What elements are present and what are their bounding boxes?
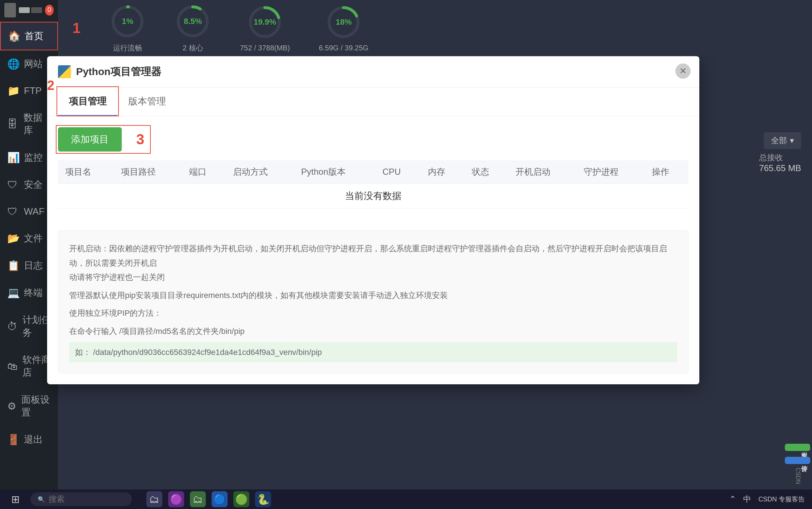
csdn-taskbar-label: CSDN 专服客告 bbox=[758, 495, 805, 504]
info-line-4: 使用独立环境PIP的方法： bbox=[69, 306, 677, 320]
modal-title-text: Python项目管理器 bbox=[76, 65, 161, 79]
no-data-message: 当前没有数据 bbox=[58, 184, 688, 208]
info-highlight-box: 如： /data/python/d9036cc6563924cf9e1da4e1… bbox=[69, 342, 677, 363]
info-line-2: 动请将守护进程也一起关闭 bbox=[69, 270, 677, 285]
tab-version-management[interactable]: 版本管理 bbox=[117, 88, 177, 116]
language-indicator: 中 bbox=[743, 494, 751, 505]
info-line-1: 开机启动：因依赖的进程守护管理器插件为开机启动，如关闭开机启动但守护进程开启，那… bbox=[69, 241, 677, 270]
modal-tabs: 项目管理 版本管理 bbox=[47, 88, 699, 116]
sidebar-item-home[interactable]: 🏠 首页 bbox=[0, 22, 58, 50]
sidebar-label-website: 网站 bbox=[24, 58, 43, 70]
traffic-stats: 总接收 765.65 MB bbox=[759, 152, 801, 173]
sidebar-label-tasks: 计划任务 bbox=[22, 314, 51, 339]
modal-info-box: 开机启动：因依赖的进程守护管理器插件为开机启动，如关闭开机启动但守护进程开启，那… bbox=[58, 230, 688, 373]
info-line-6: 如： /data/python/d9036cc6563924cf9e1da4e1… bbox=[75, 348, 322, 357]
waf-icon: 🛡 bbox=[7, 206, 19, 218]
col-actions: 操作 bbox=[645, 160, 689, 184]
search-icon: 🔍 bbox=[38, 496, 45, 503]
monitor-icon: 📊 bbox=[7, 152, 19, 164]
csdn-panel: 客服 评价 CSDN 专服客告 bbox=[783, 440, 812, 489]
security-icon: 🛡 bbox=[7, 179, 19, 191]
table-header: 项目名 项目路径 端口 启动方式 Python版本 CPU 内存 状态 开机启动… bbox=[58, 160, 688, 184]
python-manager-modal: Python项目管理器 ✕ 项目管理 版本管理 添加项目 3 bbox=[47, 56, 699, 384]
col-port: 端口 bbox=[182, 160, 226, 184]
sidebar-label-software: 软件商店 bbox=[22, 353, 51, 379]
modal-body: 添加项目 3 项目名 项目路径 端口 启动方式 Python版本 CPU 内存 … bbox=[47, 116, 699, 219]
sidebar-label-files: 文件 bbox=[24, 232, 43, 245]
search-input[interactable] bbox=[49, 494, 121, 504]
tasks-icon: ⏱ bbox=[7, 320, 17, 332]
annotation-3: 3 bbox=[136, 131, 144, 148]
tab-project-label: 项目管理 bbox=[69, 96, 107, 107]
projects-table: 项目名 项目路径 端口 启动方式 Python版本 CPU 内存 状态 开机启动… bbox=[58, 160, 688, 208]
ftp-icon: 📁 bbox=[7, 85, 19, 97]
sidebar-logo: 0 bbox=[0, 0, 58, 20]
taskbar-app-python[interactable]: 🐍 bbox=[255, 491, 271, 507]
sidebar-label-monitor: 监控 bbox=[24, 151, 43, 164]
taskbar-app-vs[interactable]: 🔵 bbox=[212, 491, 228, 507]
col-autostart: 开机启动 bbox=[508, 160, 576, 184]
sidebar-label-security: 安全 bbox=[24, 178, 43, 191]
modal-toolbar: 添加项目 3 bbox=[58, 127, 688, 152]
taskbar-app-folder[interactable]: 🗂 bbox=[190, 491, 206, 507]
customer-service-button[interactable]: 客服 bbox=[785, 444, 810, 451]
logo-icon bbox=[4, 3, 16, 17]
table-body: 当前没有数据 bbox=[58, 184, 688, 208]
sidebar-label-ftp: FTP bbox=[24, 85, 42, 96]
info-line-3: 管理器默认使用pip安装项目目录requirements.txt内的模块，如有其… bbox=[69, 288, 677, 303]
col-project-name: 项目名 bbox=[58, 160, 114, 184]
settings-icon: ⚙ bbox=[7, 400, 16, 412]
traffic-value: 765.65 MB bbox=[759, 163, 801, 173]
website-icon: 🌐 bbox=[7, 58, 19, 70]
taskbar-right: ⌃ 中 CSDN 专服客告 bbox=[729, 494, 805, 505]
traffic-label: 总接收 bbox=[759, 152, 801, 163]
col-memory: 内存 bbox=[421, 160, 465, 184]
modal-header: Python项目管理器 ✕ bbox=[47, 56, 699, 88]
taskbar-apps: 🗂 🟣 🗂 🔵 🟢 🐍 bbox=[146, 491, 271, 507]
modal-close-button[interactable]: ✕ bbox=[675, 63, 691, 79]
gauge-traffic-value: 1% bbox=[122, 17, 133, 26]
modal-title: Python项目管理器 bbox=[58, 65, 161, 79]
add-project-button[interactable]: 添加项目 bbox=[58, 127, 122, 152]
logo-tabs bbox=[19, 7, 42, 13]
logs-icon: 📋 bbox=[7, 260, 19, 272]
feedback-button[interactable]: 评价 bbox=[785, 457, 810, 464]
gauge-cpu-label: 2 核心 bbox=[183, 43, 203, 53]
col-cpu: CPU bbox=[375, 160, 421, 184]
notification-badge: 0 bbox=[45, 5, 54, 16]
gauge-cpu: 8.5% 2 核心 bbox=[175, 3, 211, 53]
col-start-mode: 启动方式 bbox=[226, 160, 294, 184]
gauge-memory-label: 752 / 3788(MB) bbox=[240, 44, 290, 52]
taskbar-search-box[interactable]: 🔍 bbox=[30, 492, 132, 506]
filter-dropdown[interactable]: 全部 ▾ bbox=[764, 132, 801, 149]
terminal-icon: 💻 bbox=[7, 287, 19, 299]
gauge-cpu-value: 8.5% bbox=[184, 17, 202, 26]
table-header-row: 项目名 项目路径 端口 启动方式 Python版本 CPU 内存 状态 开机启动… bbox=[58, 160, 688, 184]
gauge-memory-value: 19.9% bbox=[254, 17, 276, 27]
database-icon: 🗄 bbox=[7, 118, 18, 130]
files-icon: 📂 bbox=[7, 232, 19, 244]
sidebar-label-logs: 日志 bbox=[24, 259, 43, 272]
system-tray-up-icon: ⌃ bbox=[729, 494, 736, 504]
sidebar-label-logout: 退出 bbox=[24, 433, 43, 446]
gauge-traffic-label: 运行流畅 bbox=[113, 43, 142, 53]
tab-project-management[interactable]: 项目管理 bbox=[58, 88, 117, 116]
sidebar-item-settings[interactable]: ⚙ 面板设置 bbox=[0, 386, 58, 426]
windows-icon: ⊞ bbox=[11, 493, 20, 505]
logo-tab-1 bbox=[19, 7, 30, 13]
taskbar-app-explorer[interactable]: 🗂 bbox=[146, 491, 162, 507]
start-button[interactable]: ⊞ bbox=[7, 491, 23, 507]
gauge-disk-label: 6.59G / 39.25G bbox=[319, 44, 368, 52]
taskbar-app-chrome[interactable]: 🟢 bbox=[233, 491, 249, 507]
logout-icon: 🚪 bbox=[7, 434, 19, 446]
taskbar-app-purple[interactable]: 🟣 bbox=[168, 491, 184, 507]
sidebar-item-logout[interactable]: 🚪 退出 bbox=[0, 426, 58, 453]
close-icon: ✕ bbox=[679, 66, 687, 76]
logo-tab-2 bbox=[31, 7, 42, 13]
gauge-memory: 19.9% 752 / 3788(MB) bbox=[240, 4, 290, 52]
tab-version-label: 版本管理 bbox=[128, 96, 166, 107]
annotation-2: 2 bbox=[47, 78, 54, 93]
col-status: 状态 bbox=[465, 160, 508, 184]
gauge-traffic: 1% 运行流畅 bbox=[109, 3, 146, 53]
sidebar-label-waf: WAF bbox=[24, 206, 45, 217]
